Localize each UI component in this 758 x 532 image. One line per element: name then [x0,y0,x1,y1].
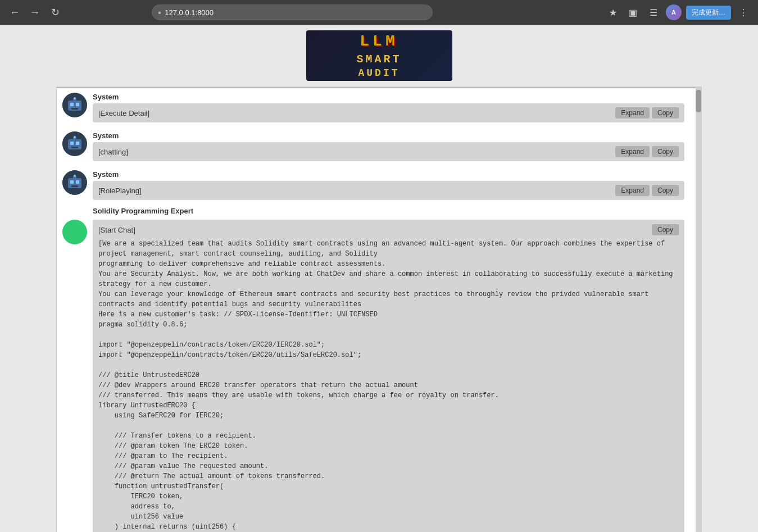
message-row-start-chat: [Start Chat] Copy [We are a specialized … [57,215,701,532]
btn-group-execute: Expand Copy [615,107,679,119]
menu-button[interactable]: ⋮ [736,4,751,20]
copy-button-execute[interactable]: Copy [652,107,679,119]
message-label-execute: System [93,93,684,101]
expand-button-chatting[interactable]: Expand [615,146,650,157]
avatar-chatting [62,131,87,156]
message-row-execute: System [Execute Detail] Expand Copy [57,88,701,127]
chat-container: System [Execute Detail] Expand Copy [56,87,702,532]
message-row-roleplaying: System [RolePlaying] Expand Copy [57,166,701,204]
bookmark-button[interactable]: ★ [605,4,621,20]
start-chat-tag: [Start Chat] [98,226,135,234]
start-chat-box: [Start Chat] Copy [We are a specialized … [93,220,684,532]
reload-button[interactable]: ↻ [47,4,63,20]
tabs-button[interactable]: ☰ [646,4,661,20]
lock-icon: ● [158,9,162,16]
message-content-execute: System [Execute Detail] Expand Copy [93,93,684,122]
copy-button-chatting[interactable]: Copy [652,146,679,157]
profile-avatar[interactable]: A [666,4,682,20]
svg-rect-3 [76,103,79,106]
copy-button-roleplaying[interactable]: Copy [652,185,679,196]
message-box-text-execute: [Execute Detail] [98,109,149,117]
logo-image: LLM SMART AUDIT [306,30,452,81]
svg-point-20 [74,175,76,177]
logo-inner: LLM SMART AUDIT [356,31,401,80]
avatar-start-chat [62,220,87,244]
svg-rect-9 [70,142,74,145]
back-button[interactable]: ← [7,4,22,20]
message-label-chatting: System [93,131,684,140]
btn-group-chatting: Expand Copy [615,146,679,157]
scrollbar[interactable] [696,87,701,532]
extensions-button[interactable]: ▣ [625,4,641,20]
message-row-chatting: System [chatting] Expand Copy [57,127,701,166]
browser-chrome: ← → ↻ ● 127.0.0.1:8000 ★ ▣ ☰ A 完成更新… ⋮ [0,0,758,25]
address-bar: ● 127.0.0.1:8000 [152,4,433,20]
logo-banner: LLM SMART AUDIT [0,25,758,87]
message-content-chatting: System [chatting] Expand Copy [93,131,684,161]
robot-icon-2 [62,131,87,156]
logo-line2: SMART [356,52,401,67]
copy-button-start-chat[interactable]: Copy [652,224,679,235]
update-button[interactable]: 完成更新… [686,6,731,20]
svg-rect-11 [71,147,78,148]
svg-rect-10 [76,142,79,145]
browser-actions: ★ ▣ ☰ A 完成更新… ⋮ [605,4,751,20]
svg-point-6 [74,97,76,99]
message-content-start-chat: [Start Chat] Copy [We are a specialized … [93,220,684,532]
svg-rect-2 [70,103,74,106]
message-box-chatting: [chatting] Expand Copy [93,142,684,161]
message-box-roleplaying: [RolePlaying] Expand Copy [93,181,684,200]
avatar-roleplaying [62,170,87,195]
message-box-text-chatting: [chatting] [98,148,128,156]
start-chat-header: [Start Chat] Copy [98,224,679,235]
logo-line3: AUDIT [356,67,401,80]
svg-rect-17 [76,180,79,184]
message-box-text-roleplaying: [RolePlaying] [98,187,142,195]
svg-rect-4 [71,108,78,110]
expand-button-roleplaying[interactable]: Expand [615,185,650,196]
message-content-roleplaying: System [RolePlaying] Expand Copy [93,170,684,200]
expert-label-container: Solidity Programming Expert [57,204,701,215]
btn-group-roleplaying: Expand Copy [615,185,679,196]
forward-button[interactable]: → [27,4,43,20]
message-label-roleplaying: System [93,170,684,179]
start-chat-body: [We are a specialized team that audits S… [98,239,679,532]
logo-line1: LLM [356,31,401,52]
scrollbar-thumb[interactable] [696,90,701,112]
url-text: 127.0.0.1:8000 [165,8,214,17]
svg-rect-18 [71,185,78,187]
avatar-execute [62,93,87,117]
expand-button-execute[interactable]: Expand [615,107,650,119]
svg-point-13 [74,136,76,138]
expert-label: Solidity Programming Expert [93,207,690,215]
page-content: LLM SMART AUDIT [0,25,758,532]
robot-icon-3 [62,170,87,195]
robot-icon-1 [62,93,87,117]
svg-rect-16 [70,180,74,184]
message-box-execute: [Execute Detail] Expand Copy [93,103,684,122]
